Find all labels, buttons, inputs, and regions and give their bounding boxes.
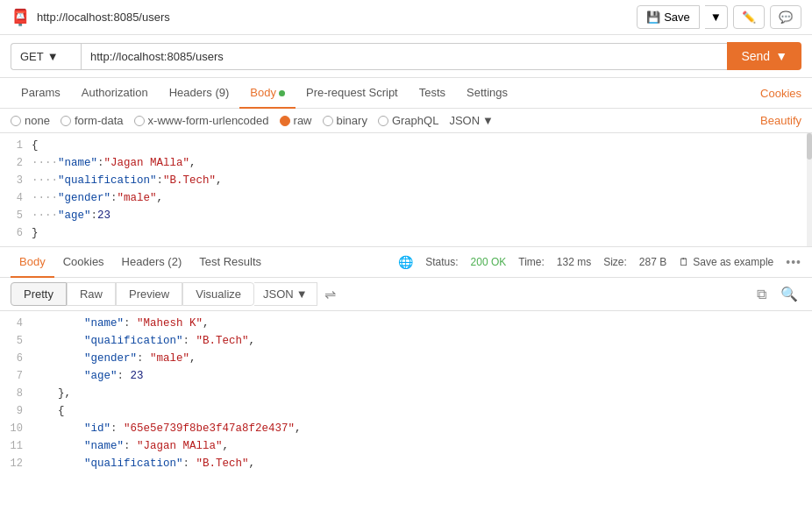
url-input[interactable] [81, 43, 727, 70]
res-json-chevron: ▼ [296, 287, 308, 301]
res-json-select[interactable]: JSON ▼ [254, 282, 317, 306]
res-line-8: 8 }, [0, 385, 812, 402]
res-tab-headers[interactable]: Headers (2) [113, 247, 191, 278]
res-tab-body[interactable]: Body [11, 247, 54, 278]
response-size: 287 B [639, 256, 666, 268]
res-line-5: 5 "qualification": "B.Tech", [0, 332, 812, 350]
req-line-3: 3 ····"qualification":"B.Tech", [0, 172, 812, 189]
res-line-7: 7 "age": 23 [0, 367, 812, 385]
app-icon: 📮 [11, 8, 30, 27]
fmt-raw[interactable]: Raw [67, 282, 116, 306]
res-tab-cookies[interactable]: Cookies [54, 247, 113, 278]
body-type-binary-label: binary [337, 114, 367, 127]
cookies-link[interactable]: Cookies [760, 79, 801, 108]
req-line-1: 1 { [0, 137, 812, 154]
tab-body[interactable]: Body [239, 78, 296, 109]
save-dropdown-button[interactable]: ▼ [705, 5, 728, 29]
body-type-raw[interactable]: raw [280, 114, 312, 127]
res-json-label: JSON [263, 287, 294, 301]
body-dot [279, 90, 285, 96]
tab-settings[interactable]: Settings [456, 78, 518, 109]
res-line-4: 4 "name": "Mahesh K", [0, 315, 812, 332]
method-chevron: ▼ [47, 50, 59, 63]
json-format-select[interactable]: JSON ▼ [449, 114, 494, 127]
status-label: Status: [425, 256, 458, 268]
tab-headers[interactable]: Headers (9) [159, 78, 240, 109]
globe-icon: 🌐 [398, 255, 413, 269]
request-code-editor[interactable]: 1 { 2 ····"name":"Jagan MAlla", 3 ····"q… [0, 133, 812, 247]
radio-form-data [61, 116, 71, 126]
body-type-binary[interactable]: binary [323, 114, 367, 127]
response-code-editor[interactable]: 4 "name": "Mahesh K", 5 "qualification":… [0, 311, 812, 469]
edit-icon-button[interactable]: ✏️ [733, 5, 765, 29]
url-bar: GET ▼ Send ▼ [0, 35, 812, 78]
search-button[interactable]: 🔍 [777, 284, 801, 304]
body-type-none-label: none [25, 114, 50, 127]
save-label: Save [664, 11, 690, 24]
res-line-12: 12 "qualification": "B.Tech", [0, 455, 812, 469]
radio-urlencoded [134, 116, 145, 126]
body-type-graphql[interactable]: GraphQL [378, 114, 438, 127]
response-format-bar: Pretty Raw Preview Visualize JSON ▼ ⇌ ⧉ … [0, 278, 812, 311]
save-example-icon: 🗒 [679, 256, 689, 268]
res-line-10: 10 "id": "65e5e739f8be3f47a8f2e437", [0, 420, 812, 437]
top-bar: 📮 http://localhost:8085/users 💾 Save ▼ ✏… [0, 0, 812, 35]
save-example-label: Save as example [693, 256, 773, 268]
tab-authorization[interactable]: Authorization [71, 78, 159, 109]
body-type-raw-label: raw [294, 114, 312, 127]
send-label: Send [741, 49, 770, 63]
json-format-chevron: ▼ [482, 114, 494, 127]
body-type-urlencoded-label: x-www-form-urlencoded [148, 114, 269, 127]
response-tabs-bar: Body Cookies Headers (2) Test Results 🌐 … [0, 247, 812, 278]
more-options-button[interactable]: ••• [786, 255, 801, 269]
size-label: Size: [603, 256, 627, 268]
fmt-preview[interactable]: Preview [116, 282, 182, 306]
save-icon: 💾 [646, 11, 660, 24]
save-example-button[interactable]: 🗒 Save as example [679, 256, 773, 268]
method-select[interactable]: GET ▼ [11, 43, 81, 70]
body-type-graphql-label: GraphQL [392, 114, 438, 127]
req-line-5: 5 ····"age":23 [0, 207, 812, 224]
request-tabs-bar: Params Authorization Headers (9) Body Pr… [0, 78, 812, 109]
req-line-2: 2 ····"name":"Jagan MAlla", [0, 154, 812, 172]
res-line-11: 11 "name": "Jagan MAlla", [0, 437, 812, 455]
body-type-form-data[interactable]: form-data [61, 114, 124, 127]
response-actions: ⧉ 🔍 [753, 284, 801, 304]
fmt-visualize[interactable]: Visualize [182, 282, 254, 306]
filter-button[interactable]: ⇌ [324, 286, 336, 302]
time-label: Time: [518, 256, 545, 268]
status-ok: 200 OK [471, 256, 507, 268]
response-time: 132 ms [557, 256, 591, 268]
body-type-none[interactable]: none [11, 114, 50, 127]
radio-raw [280, 116, 290, 126]
res-line-9: 9 { [0, 402, 812, 420]
res-tab-test-results[interactable]: Test Results [190, 247, 270, 278]
res-line-6: 6 "gender": "male", [0, 350, 812, 367]
fmt-pretty[interactable]: Pretty [11, 282, 67, 306]
copy-button[interactable]: ⧉ [753, 284, 770, 304]
method-label: GET [20, 50, 44, 63]
json-format-label: JSON [449, 114, 480, 127]
radio-graphql [378, 116, 388, 126]
req-line-4: 4 ····"gender":"male", [0, 189, 812, 207]
radio-none [11, 116, 21, 126]
request-editor-scrollbar[interactable] [807, 133, 812, 246]
req-line-6: 6 } [0, 224, 812, 242]
send-chevron: ▼ [775, 49, 787, 63]
response-status-bar: 🌐 Status: 200 OK Time: 132 ms Size: 287 … [398, 247, 801, 277]
beautify-button[interactable]: Beautify [760, 114, 801, 127]
send-button[interactable]: Send ▼ [727, 42, 801, 70]
top-bar-url: http://localhost:8085/users [37, 11, 630, 24]
body-type-bar: none form-data x-www-form-urlencoded raw… [0, 109, 812, 133]
body-type-urlencoded[interactable]: x-www-form-urlencoded [134, 114, 269, 127]
body-type-form-data-label: form-data [75, 114, 124, 127]
tab-params[interactable]: Params [11, 78, 71, 109]
tab-pre-request[interactable]: Pre-request Script [296, 78, 409, 109]
tab-tests[interactable]: Tests [409, 78, 456, 109]
radio-binary [323, 116, 333, 126]
top-bar-actions: 💾 Save ▼ ✏️ 💬 [637, 5, 801, 29]
scrollbar-thumb [807, 133, 812, 160]
save-button[interactable]: 💾 Save [637, 5, 700, 29]
message-icon-button[interactable]: 💬 [770, 5, 801, 29]
